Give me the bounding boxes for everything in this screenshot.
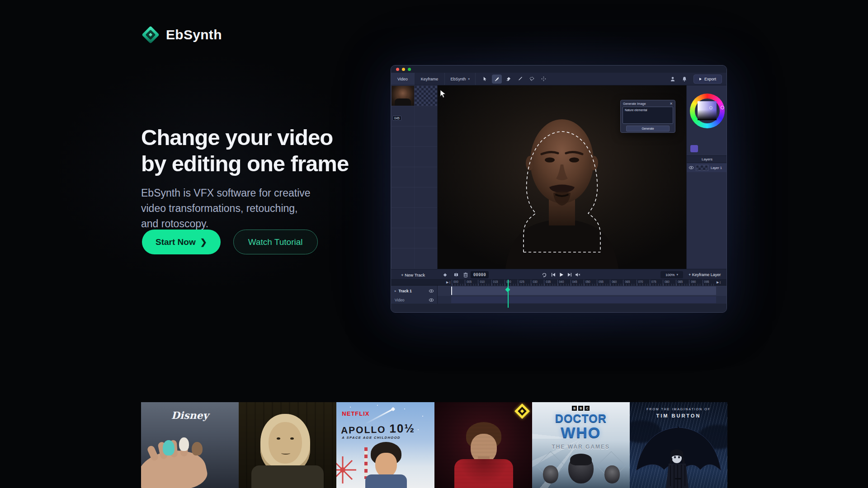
timecode-field[interactable]: 00000 bbox=[471, 271, 489, 278]
poster-author: TIM BURTON bbox=[630, 413, 727, 418]
layer-name: Layer 1 bbox=[711, 166, 722, 170]
zoom-window-button[interactable] bbox=[408, 68, 411, 71]
brush-tool-button[interactable] bbox=[492, 75, 502, 84]
ruler-label: 050 bbox=[584, 280, 597, 286]
keyframe-diamond-button[interactable] bbox=[442, 272, 448, 278]
mute-button[interactable] bbox=[575, 272, 581, 278]
start-now-label: Start Now bbox=[156, 237, 196, 247]
layers-header: Layers bbox=[687, 155, 727, 163]
layer-visibility-eye-icon[interactable] bbox=[689, 166, 693, 169]
export-button[interactable]: Export bbox=[693, 75, 722, 84]
timeline-ruler[interactable]: ▶❘ 000 005 010 015 020 025 030 035 040 0… bbox=[391, 280, 726, 286]
disclosure-triangle-icon[interactable]: ▸ bbox=[395, 289, 396, 293]
timeline-controls-bar: + New Track 00000 bbox=[391, 269, 726, 280]
window-titlebar[interactable] bbox=[391, 66, 726, 73]
lasso-tool-button[interactable] bbox=[527, 75, 537, 84]
export-play-icon bbox=[699, 78, 702, 80]
ebsynth-diamond-icon bbox=[141, 25, 160, 44]
toolbar-right: Export bbox=[670, 73, 726, 85]
tab-video[interactable]: Video bbox=[391, 73, 415, 85]
speaker-mute-icon bbox=[575, 272, 580, 277]
range-end-marker[interactable]: ▶❘ bbox=[717, 281, 721, 284]
ruler-label: 070 bbox=[637, 280, 650, 286]
poster-rocket bbox=[391, 407, 396, 412]
range-start-marker[interactable]: ▶❘ bbox=[446, 281, 451, 284]
netflix-logo: NETFLIX bbox=[342, 410, 369, 417]
generate-button[interactable]: Generate bbox=[626, 126, 670, 131]
prev-frame-button[interactable] bbox=[550, 272, 557, 278]
poster-scanlines bbox=[434, 402, 532, 488]
poster-disney[interactable]: Disney bbox=[141, 402, 239, 488]
ruler-label: 030 bbox=[531, 280, 544, 286]
prompt-textarea[interactable]: Nature elemental bbox=[623, 107, 673, 124]
video-label-cell[interactable]: Video bbox=[391, 296, 438, 304]
track1-visibility-eye-icon[interactable] bbox=[429, 289, 434, 293]
sv-selector[interactable] bbox=[709, 106, 712, 109]
frames-panel: 045 bbox=[391, 85, 438, 269]
poster-tim-burton[interactable]: FROM THE IMAGINATION OF TIM BURTON bbox=[630, 402, 727, 488]
poster-doctor-hair bbox=[570, 454, 592, 465]
select-tool-button[interactable] bbox=[480, 75, 490, 84]
poster-face bbox=[269, 422, 302, 464]
close-window-button[interactable] bbox=[396, 68, 399, 71]
video-frame-thumbnail[interactable] bbox=[392, 86, 414, 106]
transform-tool-button[interactable] bbox=[539, 75, 549, 84]
loop-button[interactable] bbox=[541, 272, 547, 278]
poster-doctor-who[interactable]: B B C DOCTOR WHO THE WAR GAMES bbox=[532, 402, 630, 488]
track1-label-cell[interactable]: ▸ Track 1 bbox=[391, 286, 438, 296]
eraser-tool-button[interactable] bbox=[504, 75, 514, 84]
disney-logo: Disney bbox=[141, 409, 239, 421]
notifications-bell-icon[interactable] bbox=[682, 76, 687, 82]
start-now-button[interactable]: Start Now ❯ bbox=[142, 230, 221, 254]
keyframe-layer-button[interactable]: + Keyframe Layer bbox=[689, 269, 721, 280]
delete-button[interactable] bbox=[462, 272, 469, 278]
account-icon[interactable] bbox=[670, 76, 675, 82]
showcase-poster-strip: Disney NETFLIX APOLLO 10½ A SPACE AGE CH… bbox=[141, 402, 727, 488]
cursor-icon bbox=[482, 76, 487, 81]
poster-creature-teal bbox=[163, 440, 175, 455]
video-visibility-eye-icon[interactable] bbox=[429, 298, 434, 302]
logo-wordmark: EbSynth bbox=[166, 27, 222, 42]
poster-launch-tower bbox=[364, 447, 368, 479]
pen-tool-button[interactable] bbox=[515, 75, 525, 84]
current-color-swatch[interactable] bbox=[690, 145, 698, 152]
tool-buttons bbox=[476, 73, 549, 85]
video-track-name: Video bbox=[395, 298, 405, 302]
ruler-label: 080 bbox=[663, 280, 676, 286]
close-icon[interactable]: ✕ bbox=[670, 102, 673, 106]
hero-buttons: Start Now ❯ Watch Tutorial bbox=[142, 230, 318, 254]
tab-keyframe[interactable]: Keyframe bbox=[415, 73, 445, 85]
video-clip[interactable] bbox=[451, 296, 716, 303]
layer-thumbnail bbox=[696, 165, 708, 171]
ebsynth-mode-dropdown[interactable]: EbSynth ▾ bbox=[445, 73, 476, 85]
minimize-window-button[interactable] bbox=[402, 68, 405, 71]
skip-end-icon bbox=[567, 272, 572, 277]
playhead[interactable] bbox=[508, 280, 509, 308]
keyframe-empty-cell[interactable] bbox=[415, 86, 437, 106]
new-track-button[interactable]: + New Track bbox=[401, 269, 425, 280]
eraser-icon bbox=[506, 76, 511, 81]
track1-clip[interactable] bbox=[451, 286, 716, 295]
hue-selector[interactable] bbox=[721, 106, 724, 109]
next-frame-button[interactable] bbox=[566, 272, 573, 278]
split-clip-button[interactable] bbox=[453, 272, 459, 278]
doctor-who-title-line1: DOCTOR bbox=[532, 412, 630, 425]
poster-spider-character[interactable] bbox=[434, 402, 532, 488]
play-button[interactable] bbox=[558, 272, 565, 278]
layers-header-label: Layers bbox=[702, 157, 712, 161]
watch-tutorial-button[interactable]: Watch Tutorial bbox=[233, 230, 318, 254]
poster-rotoscope-animation[interactable] bbox=[239, 402, 336, 488]
pen-icon bbox=[518, 76, 523, 81]
diamond-icon bbox=[443, 273, 447, 277]
dialog-header[interactable]: Generate Image ✕ bbox=[621, 100, 675, 107]
dialog-title: Generate Image bbox=[623, 102, 646, 105]
poster-apollo[interactable]: NETFLIX APOLLO 10½ A SPACE AGE CHILDHOOD bbox=[336, 402, 434, 488]
layer-row[interactable]: Layer 1 bbox=[687, 163, 727, 172]
track1-name: Track 1 bbox=[399, 289, 412, 293]
apollo-subtitle: A SPACE AGE CHILDHOOD bbox=[342, 436, 401, 440]
ebsynth-logo[interactable]: EbSynth bbox=[141, 25, 222, 44]
saturation-value-picker[interactable] bbox=[698, 101, 717, 120]
timeline-zoom-dropdown[interactable]: 100% ▾ bbox=[660, 271, 683, 278]
ruler-label: 000 bbox=[452, 280, 465, 286]
ruler-label: 025 bbox=[518, 280, 531, 286]
